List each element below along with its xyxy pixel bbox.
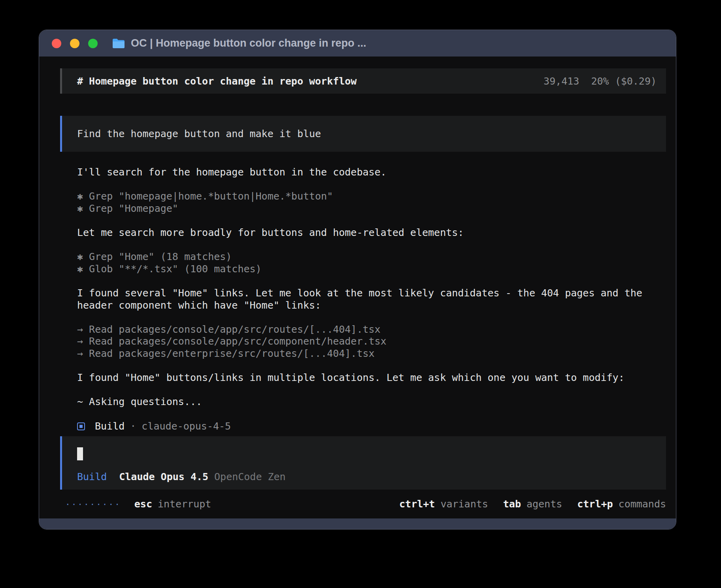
- transcript-line-text: I found "Home" buttons/links in multiple…: [77, 372, 666, 384]
- user-message: Find the homepage button and make it blu…: [60, 116, 666, 152]
- close-button[interactable]: [52, 39, 61, 48]
- prompt-input[interactable]: Build Claude Opus 4.5 OpenCode Zen: [60, 436, 666, 490]
- transcript-line-text: I found several "Home" links. Let me loo…: [77, 287, 666, 311]
- window-title: OC | Homepage button color change in rep…: [131, 37, 366, 49]
- transcript-line-read: → Read packages/console/app/src/routes/[…: [77, 324, 666, 336]
- agent-badge-model: claude-opus-4-5: [142, 420, 231, 432]
- input-meta: Build Claude Opus 4.5 OpenCode Zen: [77, 471, 666, 482]
- text-cursor: [77, 447, 83, 460]
- ctrl-p-key-label: commands: [619, 498, 666, 510]
- titlebar: OC | Homepage button color change in rep…: [39, 30, 676, 57]
- transcript-line-read: → Read packages/enterprise/src/routes/[.…: [77, 348, 666, 360]
- ctrl-t-key-hint: ctrl+t: [399, 498, 435, 510]
- transcript-line-blank: [77, 311, 666, 324]
- transcript: I'll search for the homepage button in t…: [60, 166, 666, 420]
- status-left: ········· esc interrupt: [65, 498, 211, 510]
- transcript-line-blank: [77, 360, 666, 372]
- zoom-button[interactable]: [88, 39, 98, 48]
- ctrl-t-key-label: variants: [440, 498, 488, 510]
- window-controls: [52, 39, 98, 48]
- tab-key-label: agents: [527, 498, 562, 510]
- input-provider: OpenCode Zen: [214, 471, 286, 482]
- transcript-line-blank: [77, 215, 666, 227]
- spinner-dots-icon: ·········: [65, 500, 121, 509]
- folder-icon: [112, 38, 125, 49]
- square-in-square-icon: [77, 422, 85, 430]
- tab-key-hint: tab: [503, 498, 521, 510]
- session-title: # Homepage button color change in repo w…: [77, 75, 357, 87]
- esc-key-hint: esc: [134, 498, 152, 510]
- ctrl-p-key-hint: ctrl+p: [577, 498, 613, 510]
- shortcut-agents: tab agents: [503, 498, 562, 510]
- token-count: 39,413: [544, 75, 579, 87]
- esc-key-label: interrupt: [158, 498, 211, 510]
- transcript-line-tool: ✱ Grep "homepage|home.*button|Home.*butt…: [77, 190, 666, 203]
- shortcut-variants: ctrl+t variants: [399, 498, 488, 510]
- transcript-line-text: I'll search for the homepage button in t…: [77, 166, 666, 179]
- transcript-line-tool: ✱ Glob "**/*.tsx" (100 matches): [77, 263, 666, 275]
- transcript-line-tool: ✱ Grep "Homepage": [77, 203, 666, 215]
- context-cost: 20% ($0.29): [591, 75, 657, 87]
- minimize-button[interactable]: [70, 39, 79, 48]
- terminal-window: OC | Homepage button color change in rep…: [39, 30, 676, 530]
- status-bar: ········· esc interrupt ctrl+t variants …: [60, 498, 666, 510]
- input-model: Claude Opus 4.5: [119, 471, 208, 482]
- transcript-line-blank: [77, 239, 666, 251]
- terminal-content: # Homepage button color change in repo w…: [39, 57, 676, 518]
- transcript-line-blank: [77, 408, 666, 420]
- status-right: ctrl+t variants tab agents ctrl+p comman…: [399, 498, 666, 510]
- session-header: # Homepage button color change in repo w…: [60, 68, 666, 94]
- transcript-line-blank: [77, 384, 666, 396]
- transcript-line-text: ~ Asking questions...: [77, 396, 666, 408]
- transcript-line-tool: ✱ Grep "Home" (18 matches): [77, 251, 666, 263]
- input-agent-mode: Build: [77, 471, 107, 482]
- transcript-line-text: Let me search more broadly for buttons a…: [77, 227, 666, 239]
- agent-badge-name: Build: [95, 420, 125, 432]
- user-message-text: Find the homepage button and make it blu…: [77, 128, 321, 139]
- transcript-line-blank: [77, 179, 666, 191]
- window-footer: [39, 518, 676, 529]
- shortcut-commands: ctrl+p commands: [577, 498, 666, 510]
- transcript-line-blank: [77, 275, 666, 287]
- transcript-line-read: → Read packages/console/app/src/componen…: [77, 335, 666, 348]
- agent-badge: Build · claude-opus-4-5: [60, 420, 666, 432]
- session-stats: 39,413 20% ($0.29): [544, 75, 657, 87]
- agent-badge-separator: ·: [125, 420, 142, 432]
